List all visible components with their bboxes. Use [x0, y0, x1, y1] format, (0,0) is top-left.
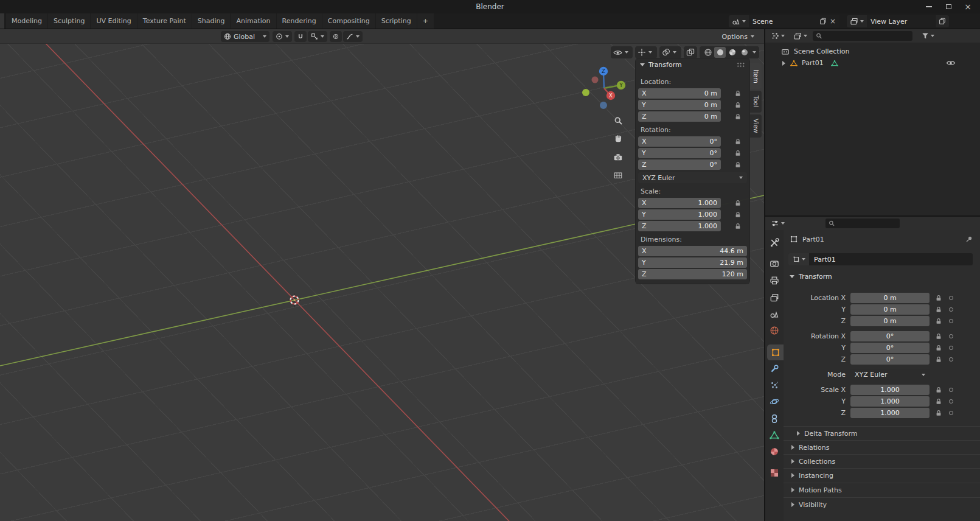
minimize-button[interactable]	[919, 0, 939, 13]
proportional-editing-button[interactable]	[330, 31, 342, 42]
lock-icon[interactable]	[935, 306, 942, 313]
object-name-input[interactable]	[809, 253, 973, 265]
panel-relations[interactable]: Relations	[784, 440, 980, 454]
camera-view-button[interactable]	[610, 149, 626, 165]
transform-orientation-dropdown[interactable]: Global	[221, 31, 269, 42]
gizmo-axis-neg-y[interactable]	[582, 89, 589, 96]
lock-icon[interactable]	[734, 102, 742, 109]
scene-browse-button[interactable]	[729, 15, 749, 27]
lock-icon[interactable]	[935, 318, 942, 325]
location-z-field[interactable]: Z 0 m	[638, 111, 721, 122]
workspace-tab-sculpting[interactable]: Sculpting	[48, 13, 90, 29]
tab-material[interactable]	[765, 444, 784, 460]
workspace-tab-compositing[interactable]: Compositing	[322, 13, 375, 29]
viewport-3d[interactable]: Global	[0, 29, 764, 521]
gizmo-axis-neg-z[interactable]	[600, 102, 607, 109]
location-y-field[interactable]: 0 m	[850, 304, 930, 315]
new-scene-icon[interactable]	[819, 18, 827, 25]
pin-icon[interactable]	[965, 236, 973, 243]
workspace-tab-modeling[interactable]: Modeling	[6, 13, 47, 29]
outliner-row-part01[interactable]: Part01	[765, 57, 980, 69]
gizmo-axis-neg-x[interactable]	[592, 77, 599, 83]
lock-icon[interactable]	[935, 344, 942, 352]
lock-icon[interactable]	[734, 211, 742, 219]
rotation-mode-dropdown[interactable]: XYZ Euler	[638, 172, 747, 183]
panel-collections[interactable]: Collections	[784, 454, 980, 468]
location-x-field[interactable]: X 0 m	[638, 88, 721, 99]
outliner-filter-dropdown[interactable]	[920, 32, 936, 40]
lock-icon[interactable]	[935, 295, 942, 302]
object-type-dropdown[interactable]	[788, 253, 809, 265]
lock-icon[interactable]	[734, 161, 742, 169]
scale-x-field[interactable]: 1.000	[850, 385, 930, 395]
tab-object[interactable]	[767, 344, 784, 360]
rotation-x-field[interactable]: 0°	[850, 331, 930, 341]
sidebar-tab-view[interactable]: View	[750, 114, 762, 138]
properties-editor-type-dropdown[interactable]	[769, 219, 787, 228]
outliner-row-scene-collection[interactable]: Scene Collection	[765, 46, 980, 57]
properties-search-input[interactable]	[837, 220, 897, 228]
options-dropdown[interactable]: Options	[722, 29, 754, 44]
workspace-tab-scripting[interactable]: Scripting	[376, 13, 417, 29]
panel-delta-transform[interactable]: Delta Transform	[784, 426, 980, 440]
overlays-dropdown[interactable]	[659, 46, 681, 58]
tab-output[interactable]	[765, 273, 784, 288]
location-y-field[interactable]: Y 0 m	[638, 100, 721, 110]
workspace-tab-rendering[interactable]: Rendering	[277, 13, 322, 29]
tab-physics[interactable]	[765, 394, 784, 410]
scale-y-field[interactable]: Y 1.000	[638, 209, 721, 220]
lock-icon[interactable]	[935, 333, 942, 340]
rotation-y-field[interactable]: 0°	[850, 343, 930, 353]
zoom-button[interactable]	[610, 113, 626, 128]
pan-button[interactable]	[610, 131, 626, 147]
animate-dot-icon[interactable]	[949, 307, 953, 312]
snap-target-dropdown[interactable]	[308, 31, 327, 42]
workspace-tab-uv-editing[interactable]: UV Editing	[91, 13, 136, 29]
lock-icon[interactable]	[734, 138, 742, 145]
tab-particles[interactable]	[765, 377, 784, 393]
breadcrumb-object-name[interactable]: Part01	[802, 236, 824, 243]
lock-icon[interactable]	[734, 150, 742, 157]
tab-render[interactable]	[765, 256, 784, 271]
shading-wireframe-button[interactable]	[702, 47, 714, 58]
dimensions-z-field[interactable]: Z 120 m	[638, 269, 747, 279]
scale-y-field[interactable]: 1.000	[850, 396, 930, 407]
shading-material-button[interactable]	[726, 47, 738, 58]
add-workspace-button[interactable]: +	[417, 13, 434, 29]
scale-z-field[interactable]: 1.000	[850, 408, 930, 418]
panel-visibility[interactable]: Visibility	[784, 497, 980, 511]
scale-z-field[interactable]: Z 1.000	[638, 221, 721, 231]
location-z-field[interactable]: 0 m	[850, 316, 930, 326]
tab-modifiers[interactable]	[765, 361, 784, 377]
panel-motion-paths[interactable]: Motion Paths	[784, 483, 980, 497]
scene-name-field[interactable]: Scene ×	[749, 15, 839, 27]
new-view-layer-button[interactable]	[936, 15, 949, 27]
animate-dot-icon[interactable]	[949, 319, 953, 323]
gizmos-dropdown[interactable]	[635, 46, 657, 58]
tab-constraints[interactable]	[765, 411, 784, 427]
animate-dot-icon[interactable]	[949, 388, 953, 392]
lock-icon[interactable]	[734, 200, 742, 207]
panel-instancing[interactable]: Instancing	[784, 468, 980, 482]
workspace-tab-shading[interactable]: Shading	[192, 13, 231, 29]
shading-rendered-button[interactable]	[738, 47, 750, 58]
navigation-gizmo[interactable]: Z Y X	[577, 61, 631, 116]
lock-icon[interactable]	[935, 386, 942, 394]
hide-in-viewport-eye-icon[interactable]	[946, 60, 956, 66]
animate-dot-icon[interactable]	[949, 399, 953, 404]
animate-dot-icon[interactable]	[949, 334, 953, 338]
shading-solid-button[interactable]	[714, 47, 726, 58]
sidebar-tab-tool[interactable]: Tool	[750, 91, 762, 113]
tab-view-layer[interactable]	[765, 290, 784, 306]
lock-icon[interactable]	[734, 90, 742, 97]
location-x-field[interactable]: 0 m	[850, 293, 930, 303]
animate-dot-icon[interactable]	[949, 296, 953, 300]
dimensions-y-field[interactable]: Y 21.9 m	[638, 257, 747, 268]
workspace-tab-partial[interactable]	[0, 13, 4, 29]
rotation-x-field[interactable]: X 0°	[638, 136, 721, 147]
drag-grip-icon[interactable]	[737, 62, 745, 68]
show-object-types-dropdown[interactable]	[611, 46, 633, 58]
workspace-tab-animation[interactable]: Animation	[231, 13, 276, 29]
lock-icon[interactable]	[734, 223, 742, 230]
transform-panel-header[interactable]: Transform	[790, 273, 832, 281]
